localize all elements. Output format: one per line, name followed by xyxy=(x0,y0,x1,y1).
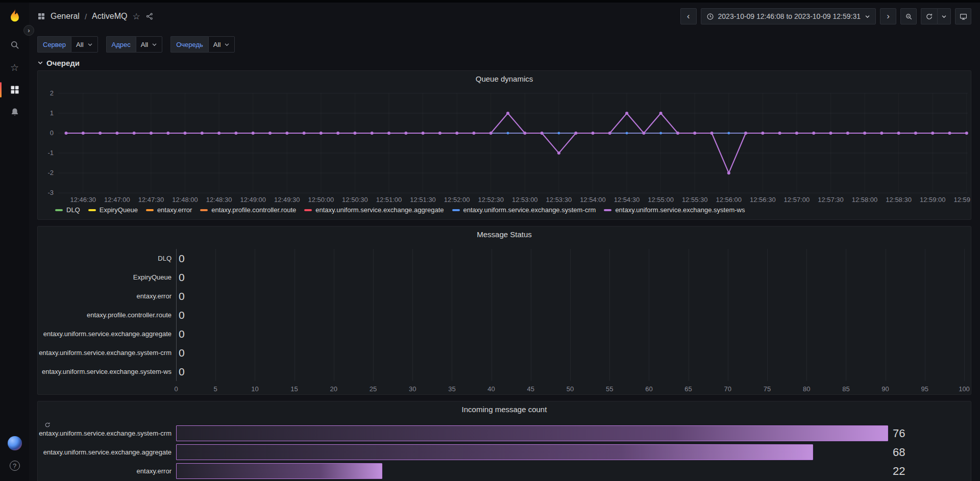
legend-item[interactable]: entaxy.uniform.service.exchange.system-w… xyxy=(604,206,745,214)
svg-text:12:57:00: 12:57:00 xyxy=(784,196,810,204)
svg-text:12:51:30: 12:51:30 xyxy=(410,196,436,204)
svg-text:12:49:00: 12:49:00 xyxy=(240,196,266,204)
time-shift-back-button[interactable]: ‹ xyxy=(680,8,697,24)
svg-text:12:55:30: 12:55:30 xyxy=(682,196,708,204)
svg-text:1: 1 xyxy=(50,109,54,117)
breadcrumb-root[interactable]: General xyxy=(51,12,80,21)
filter-address-selected: All xyxy=(141,41,148,48)
alerting-bell-icon[interactable] xyxy=(0,101,29,123)
legend-label: entaxy.profile.controller.route xyxy=(211,206,296,214)
panel-title-queue-dynamics[interactable]: Queue dynamics xyxy=(38,71,971,86)
axis-labels: 210-1-2-312:46:3012:47:0012:47:3012:48:0… xyxy=(47,89,971,204)
chevron-down-icon xyxy=(865,14,870,19)
grafana-logo[interactable] xyxy=(6,7,23,24)
gauge-row: entaxy.error22 xyxy=(38,462,971,480)
filter-server: Сервер All xyxy=(37,36,98,53)
breadcrumb-current: ActiveMQ xyxy=(92,12,127,21)
gauge-value: 68 xyxy=(893,446,905,459)
ms-row: ExpiryQueue0 xyxy=(38,268,971,287)
time-range-picker[interactable]: 2023-10-09 12:46:08 to 2023-10-09 12:59:… xyxy=(701,8,876,24)
svg-text:12:57:30: 12:57:30 xyxy=(818,196,844,204)
legend-item[interactable]: entaxy.error xyxy=(146,206,192,214)
queue-dynamics-legend: DLQExpiryQueueentaxy.errorentaxy.profile… xyxy=(38,206,971,219)
gauge-track xyxy=(176,444,888,460)
svg-text:12:56:00: 12:56:00 xyxy=(716,196,742,204)
svg-text:0: 0 xyxy=(50,129,54,137)
svg-text:12:51:00: 12:51:00 xyxy=(376,196,402,204)
legend-label: entaxy.uniform.service.exchange.aggregat… xyxy=(315,206,444,214)
panel-loading-icon xyxy=(44,421,51,430)
zoom-out-icon[interactable] xyxy=(900,8,917,24)
help-icon[interactable]: ? xyxy=(0,454,29,477)
gauge-value: 76 xyxy=(893,427,905,440)
ms-category-label: entaxy.uniform.service.exchange.system-c… xyxy=(38,349,176,357)
ms-row: entaxy.uniform.service.exchange.aggregat… xyxy=(38,324,971,343)
left-sidebar: ☆ ? xyxy=(0,0,29,481)
incoming-count-chart-area[interactable]: entaxy.uniform.service.exchange.system-c… xyxy=(38,417,971,480)
ms-value: 0 xyxy=(176,328,185,340)
tv-mode-icon[interactable] xyxy=(955,8,971,24)
ms-category-label: entaxy.error xyxy=(38,292,176,300)
sidebar-bottom: ? xyxy=(0,432,29,481)
ms-category-label: entaxy.uniform.service.exchange.system-w… xyxy=(38,368,176,375)
main-area: General / ActiveMQ ☆ ‹ 2023-10-09 12:46:… xyxy=(29,0,980,481)
refresh-interval-chevron[interactable] xyxy=(937,8,951,24)
window-top-strip xyxy=(0,0,980,3)
legend-item[interactable]: entaxy.uniform.service.exchange.system-c… xyxy=(452,206,596,214)
panel-title-incoming-count[interactable]: Incoming message count xyxy=(38,401,971,417)
legend-swatch xyxy=(304,209,312,211)
filter-queue-value[interactable]: All xyxy=(208,36,235,53)
ms-bar-cell: 0 xyxy=(176,287,971,306)
gauge-track xyxy=(176,425,888,441)
svg-text:12:53:00: 12:53:00 xyxy=(512,196,538,204)
svg-text:12:55:00: 12:55:00 xyxy=(648,196,674,204)
dashboards-icon[interactable] xyxy=(0,79,29,101)
legend-item[interactable]: entaxy.profile.controller.route xyxy=(200,206,296,214)
panel-title-message-status[interactable]: Message Status xyxy=(38,226,971,242)
refresh-icon[interactable] xyxy=(921,8,937,24)
ms-category-label: entaxy.profile.controller.route xyxy=(38,311,176,319)
time-shift-forward-button[interactable]: › xyxy=(880,8,896,24)
user-avatar[interactable] xyxy=(0,432,29,454)
dashboard-row-toggle[interactable]: Очереди xyxy=(37,57,980,69)
message-status-chart-area[interactable]: DLQ0ExpiryQueue0entaxy.error0entaxy.prof… xyxy=(38,242,971,395)
refresh-button-group xyxy=(921,8,951,24)
filter-server-value[interactable]: All xyxy=(71,36,97,53)
share-icon[interactable] xyxy=(145,12,154,20)
ms-x-axis: 0510152025303540455055606570758085909510… xyxy=(176,385,964,395)
filter-server-label[interactable]: Сервер xyxy=(37,36,71,53)
gauge-value: 22 xyxy=(893,465,905,478)
favorite-star-icon[interactable]: ☆ xyxy=(132,11,140,22)
queue-dynamics-chart-area[interactable]: 210-1-2-312:46:3012:47:0012:47:3012:48:0… xyxy=(38,86,971,206)
legend-item[interactable]: ExpiryQueue xyxy=(88,206,138,214)
starred-icon[interactable]: ☆ xyxy=(0,56,29,79)
filter-address-value[interactable]: All xyxy=(136,36,162,53)
svg-text:12:54:00: 12:54:00 xyxy=(580,196,606,204)
legend-item[interactable]: entaxy.uniform.service.exchange.aggregat… xyxy=(304,206,444,214)
svg-text:12:56:30: 12:56:30 xyxy=(750,196,776,204)
filter-address-label[interactable]: Адрес xyxy=(106,36,136,53)
gauge-row: entaxy.uniform.service.exchange.aggregat… xyxy=(38,443,971,462)
chevron-down-icon xyxy=(152,42,157,47)
svg-text:12:59:00: 12:59:00 xyxy=(920,196,946,204)
search-icon[interactable] xyxy=(0,34,29,56)
filter-queue-label[interactable]: Очередь xyxy=(170,36,208,53)
ms-row: DLQ0 xyxy=(38,249,971,268)
svg-text:2: 2 xyxy=(50,89,54,97)
ms-category-label: ExpiryQueue xyxy=(38,273,176,281)
sidebar-expand-chevron[interactable]: › xyxy=(23,25,34,36)
gauge-category-label: entaxy.error xyxy=(38,467,176,475)
filter-server-selected: All xyxy=(76,41,83,48)
gauge-row: entaxy.uniform.service.exchange.system-c… xyxy=(38,424,971,443)
ms-bar-cell: 0 xyxy=(176,343,971,362)
svg-text:12:49:30: 12:49:30 xyxy=(274,196,300,204)
row-title: Очереди xyxy=(46,59,80,67)
panel-queue-dynamics: Queue dynamics 210-1-2-312:46:3012:47:00… xyxy=(37,70,971,220)
ms-row: entaxy.uniform.service.exchange.system-c… xyxy=(38,343,971,362)
gauge-bar xyxy=(176,444,813,460)
filter-address: Адрес All xyxy=(106,36,163,53)
filter-queue-selected: All xyxy=(213,41,220,48)
legend-item[interactable]: DLQ xyxy=(55,206,80,214)
template-variables-row: Сервер All Адрес All Очередь All xyxy=(29,33,980,54)
breadcrumb: General / ActiveMQ ☆ xyxy=(37,11,154,22)
